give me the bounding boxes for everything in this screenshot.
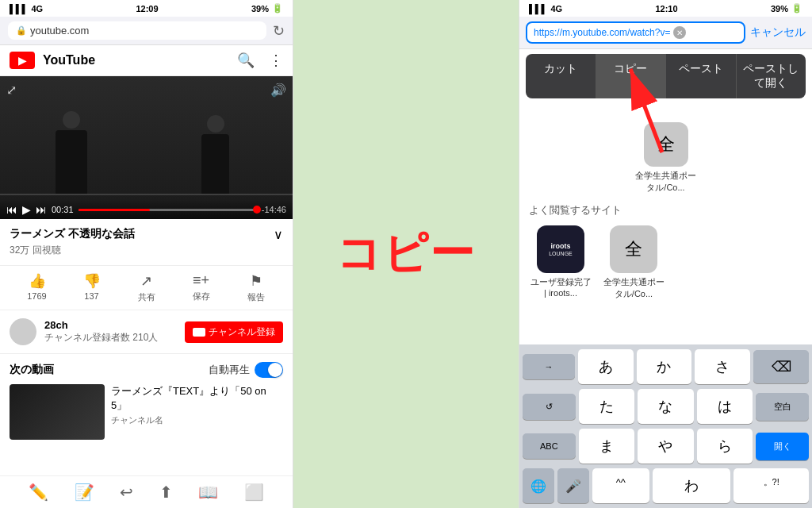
fav-top-row: 全 全学生共通ポータル/Co... bbox=[519, 122, 812, 194]
paste-button[interactable]: ペースト bbox=[666, 54, 737, 98]
battery-icon: 🔋 bbox=[272, 3, 283, 13]
play-button[interactable]: ▶ bbox=[22, 203, 31, 216]
dislike-count: 137 bbox=[84, 291, 98, 301]
key-a[interactable]: あ bbox=[578, 349, 634, 384]
share-bottom-icon[interactable]: ⬆ bbox=[159, 483, 173, 502]
figure-left-body bbox=[56, 130, 87, 194]
sound-icon[interactable]: 🔊 bbox=[270, 83, 286, 98]
autoplay-toggle[interactable] bbox=[255, 362, 283, 378]
edit-icon[interactable]: 📝 bbox=[75, 483, 94, 502]
video-info: ラーメンズ 不透明な会話 ∨ 32万 回視聴 bbox=[0, 219, 293, 265]
key-abc[interactable]: ABC bbox=[523, 433, 576, 459]
signal-icon: ▌▌▌ bbox=[10, 4, 28, 13]
left-status-left: ▌▌▌ 4G bbox=[10, 4, 43, 13]
paste-open-button[interactable]: ペーストして開く bbox=[737, 54, 806, 98]
youtube-title: YouTube bbox=[43, 53, 229, 67]
key-na[interactable]: な bbox=[638, 389, 694, 424]
fav-label-iroots: ユーザ登録完了 | iroots... bbox=[529, 276, 592, 298]
network-type: 4G bbox=[31, 4, 43, 13]
subscribe-button[interactable]: チャンネル登録 bbox=[185, 321, 283, 343]
progress-bar[interactable] bbox=[79, 209, 257, 211]
reload-button[interactable]: ↻ bbox=[273, 22, 285, 40]
next-video-row[interactable]: ラーメンズ『TEXT』より「50 on 5」 チャンネル名 bbox=[10, 384, 283, 440]
left-status-right: 39% 🔋 bbox=[251, 3, 283, 13]
key-globe[interactable]: 🌐 bbox=[523, 468, 554, 503]
key-ka[interactable]: か bbox=[637, 349, 692, 384]
autoplay-row: 自動再生 bbox=[209, 362, 283, 378]
progress-dot bbox=[253, 206, 261, 214]
like-button[interactable]: 👍 1769 bbox=[10, 272, 64, 303]
cancel-button[interactable]: キャンセル bbox=[750, 25, 806, 40]
pencil-icon[interactable]: ✏️ bbox=[29, 483, 48, 502]
middle-panel: コピー bbox=[293, 0, 519, 508]
next-video-section: 次の動画 自動再生 ラーメンズ『TEXT』より「50 on 5」 チャンネル名 bbox=[0, 354, 293, 443]
key-dakuten[interactable]: ^^ bbox=[592, 468, 649, 503]
right-phone-panel: ▌▌▌ 4G 12:10 39% 🔋 https://m.youtube.com… bbox=[519, 0, 812, 508]
key-period[interactable]: 。?! bbox=[733, 468, 809, 503]
forward-button[interactable]: ⏭ bbox=[36, 203, 47, 216]
search-icon[interactable]: 🔍 bbox=[237, 52, 255, 69]
keyboard-row-2: ↺ た な は 空白 bbox=[523, 389, 809, 424]
lock-icon: 🔒 bbox=[16, 25, 27, 36]
figure-right-head bbox=[207, 115, 224, 133]
video-actions: 👍 1769 👎 137 ↗ 共有 ≡+ 保存 ⚑ 報告 bbox=[0, 265, 293, 310]
copy-button[interactable]: コピー bbox=[596, 54, 667, 98]
book-icon[interactable]: 📖 bbox=[198, 483, 218, 502]
next-label: 次の動画 bbox=[10, 363, 54, 377]
cut-button[interactable]: カット bbox=[526, 54, 596, 98]
key-ra[interactable]: ら bbox=[697, 429, 753, 464]
channel-name[interactable]: 28ch bbox=[44, 319, 177, 331]
key-space[interactable]: 空白 bbox=[756, 393, 809, 421]
keyboard-row-1: → あ か さ ⌫ bbox=[523, 349, 809, 384]
key-open[interactable]: 開く bbox=[756, 433, 809, 460]
keyboard: → あ か さ ⌫ ↺ た な は 空白 ABC ま や ら 開く 🌐 🎤 ^^… bbox=[519, 344, 812, 508]
toggle-knob bbox=[268, 363, 282, 377]
channel-avatar[interactable] bbox=[10, 318, 36, 345]
key-mic[interactable]: 🎤 bbox=[557, 468, 589, 503]
url-input[interactable]: https://m.youtube.com/watch?v= ✕ bbox=[526, 21, 745, 44]
report-button[interactable]: ⚑ 報告 bbox=[228, 272, 283, 303]
key-wa[interactable]: わ bbox=[653, 468, 731, 503]
clear-url-button[interactable]: ✕ bbox=[673, 26, 686, 39]
video-views: 32万 回視聴 bbox=[10, 244, 283, 257]
fav-item-iroots[interactable]: iroots LOUNGE ユーザ登録完了 | iroots... bbox=[529, 225, 592, 300]
key-undo[interactable]: ↺ bbox=[523, 394, 576, 420]
left-url-display[interactable]: 🔒 youtube.com bbox=[8, 21, 266, 40]
expand-icon[interactable]: ⤢ bbox=[6, 83, 17, 98]
key-ha[interactable]: は bbox=[697, 389, 753, 424]
save-button[interactable]: ≡+ 保存 bbox=[174, 272, 228, 303]
time-remaining: -14:46 bbox=[262, 205, 286, 214]
key-ya[interactable]: や bbox=[638, 429, 694, 464]
back-icon[interactable]: ↩ bbox=[120, 483, 133, 502]
autoplay-label: 自動再生 bbox=[209, 363, 250, 377]
url-value: https://m.youtube.com/watch?v= bbox=[534, 27, 670, 38]
key-ta[interactable]: た bbox=[579, 389, 635, 424]
context-menu: カット コピー ペースト ペーストして開く bbox=[526, 54, 806, 98]
dislike-button[interactable]: 👎 137 bbox=[64, 272, 119, 303]
video-controls: ⏮ ▶ ⏭ 00:31 -14:46 bbox=[0, 200, 293, 219]
expand-info-icon[interactable]: ∨ bbox=[274, 227, 283, 242]
video-scene: ⤢ 🔊 ⏮ ▶ ⏭ 00:31 -14:46 bbox=[0, 76, 293, 219]
rewind-button[interactable]: ⏮ bbox=[6, 203, 17, 216]
fav-item-zengaku-bottom[interactable]: 全 全学生共通ポータル/Co... bbox=[602, 225, 665, 300]
r-battery-percent: 39% bbox=[771, 4, 788, 13]
key-ma[interactable]: ま bbox=[579, 429, 635, 464]
more-options-icon[interactable]: ⋮ bbox=[269, 52, 283, 69]
key-arrow-right[interactable]: → bbox=[523, 354, 575, 379]
video-player[interactable]: ⤢ 🔊 ⏮ ▶ ⏭ 00:31 -14:46 bbox=[0, 76, 293, 219]
video-title: ラーメンズ 不透明な会話 bbox=[10, 227, 274, 241]
next-header: 次の動画 自動再生 bbox=[10, 362, 283, 378]
copy-annotation: コピー bbox=[336, 224, 476, 284]
share-button[interactable]: ↗ 共有 bbox=[119, 272, 174, 303]
key-backspace[interactable]: ⌫ bbox=[753, 350, 809, 383]
tabs-icon[interactable]: ⬜ bbox=[244, 483, 264, 502]
stage-floor bbox=[0, 194, 293, 195]
youtube-header: ▶ YouTube 🔍 ⋮ bbox=[0, 45, 293, 76]
report-icon: ⚑ bbox=[250, 272, 262, 290]
key-sa[interactable]: さ bbox=[695, 349, 750, 384]
fav-item-zengaku-top[interactable]: 全 全学生共通ポータル/Co... bbox=[634, 122, 698, 194]
r-time-display: 12:10 bbox=[655, 4, 677, 13]
next-video-channel: チャンネル名 bbox=[111, 414, 283, 426]
iroots-logo-text: iroots bbox=[550, 242, 570, 250]
save-icon: ≡+ bbox=[193, 272, 209, 289]
